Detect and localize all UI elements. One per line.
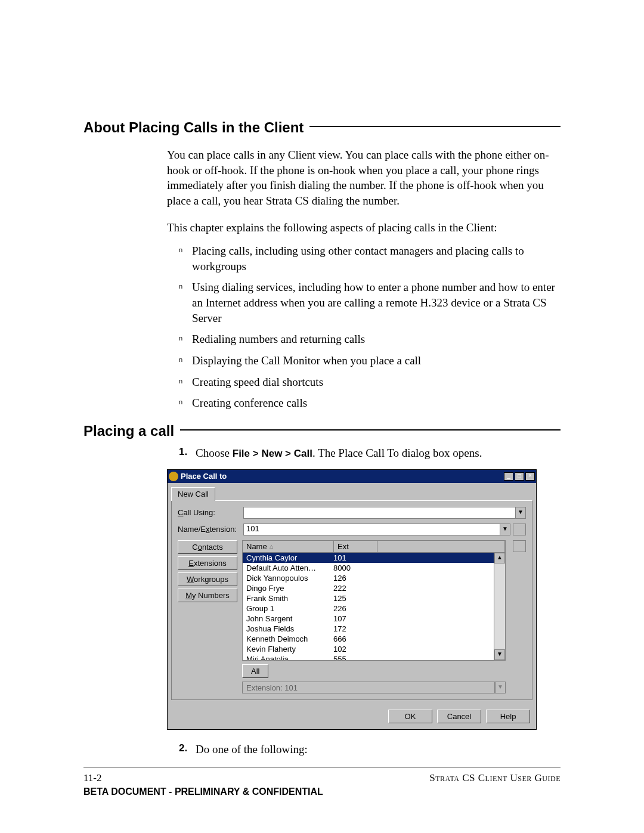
list-cell-ext: 226 xyxy=(330,604,369,613)
name-ext-aux-button[interactable] xyxy=(513,524,526,535)
document-page: About Placing Calls in the Client You ca… xyxy=(0,0,644,833)
scroll-track[interactable] xyxy=(494,563,505,649)
list-row[interactable]: Kevin Flaherty102 xyxy=(243,644,494,654)
guide-title: Strata CS Client User Guide xyxy=(429,772,561,784)
name-ext-input[interactable]: 101 xyxy=(243,524,500,535)
bullet-item: Displaying the Call Monitor when you pla… xyxy=(179,353,561,368)
list-cell-name: Joshua Fields xyxy=(243,624,330,633)
list-row[interactable]: Group 1226 xyxy=(243,603,494,614)
maximize-button[interactable]: □ xyxy=(515,472,524,481)
list-cell-name: Dingo Frye xyxy=(243,584,330,593)
bullet-item: Creating speed dial shortcuts xyxy=(179,374,561,390)
list-cell-name: Frank Smith xyxy=(243,594,330,603)
status-dropdown-icon: ▼ xyxy=(495,682,506,693)
list-cell-ext: 172 xyxy=(330,624,369,633)
scroll-up-icon[interactable]: ▲ xyxy=(494,553,505,563)
list-cell-name: Kevin Flaherty xyxy=(243,645,330,654)
contacts-button[interactable]: Contacts xyxy=(178,540,237,554)
dialog-button-row: OK Cancel Help xyxy=(168,704,536,729)
confidential-notice: BETA DOCUMENT - PRELIMINARY & CONFIDENTI… xyxy=(83,786,561,797)
step-1-bold: File > New > Call xyxy=(233,448,312,459)
footer-rule xyxy=(83,767,561,767)
sort-asc-icon: △ xyxy=(270,544,273,549)
right-aux-col xyxy=(513,540,526,693)
place-call-dialog-screenshot: Place Call to _ □ × New Call Call Using:… xyxy=(167,469,537,730)
list-cell-name: Group 1 xyxy=(243,604,330,613)
list-row[interactable]: Dick Yannopoulos126 xyxy=(243,573,494,583)
heading-text: Placing a call xyxy=(83,423,174,439)
extensions-button[interactable]: Extensions xyxy=(178,556,237,570)
list-row[interactable]: Cynthia Caylor101 xyxy=(243,553,494,563)
help-button[interactable]: Help xyxy=(486,710,530,723)
list-body-wrap: Cynthia Caylor101Default Auto Atten…8000… xyxy=(242,553,506,661)
col-header-spacer xyxy=(377,541,505,552)
dialog-window: Place Call to _ □ × New Call Call Using:… xyxy=(167,469,537,730)
label-call-using: Call Using: xyxy=(178,508,243,517)
close-button[interactable]: × xyxy=(525,472,535,481)
status-row: Extension: 101 ▼ xyxy=(242,682,506,693)
title-bar: Place Call to _ □ × xyxy=(168,470,536,483)
step-1: Choose File > New > Call. The Place Call… xyxy=(179,445,561,461)
heading-text: About Placing Calls in the Client xyxy=(83,119,304,136)
list-row[interactable]: Kenneth Deimoch666 xyxy=(243,634,494,644)
status-text: Extension: 101 xyxy=(242,682,495,693)
col-header-ext[interactable]: Ext xyxy=(334,541,377,552)
all-button[interactable]: All xyxy=(242,664,268,678)
list-body[interactable]: Cynthia Caylor101Default Auto Atten…8000… xyxy=(243,553,494,660)
my-numbers-button[interactable]: My Numbers xyxy=(178,589,237,602)
call-using-combo[interactable]: ▼ xyxy=(243,507,526,519)
tab-bar: New Call xyxy=(168,483,536,500)
step-1-suffix: . The Place Call To dialog box opens. xyxy=(312,447,482,459)
heading-rule xyxy=(309,126,561,127)
list-row[interactable]: Dingo Frye222 xyxy=(243,583,494,593)
tab-new-call[interactable]: New Call xyxy=(171,487,215,501)
list-row[interactable]: Default Auto Atten…8000 xyxy=(243,563,494,573)
scroll-down-icon[interactable]: ▼ xyxy=(494,649,505,660)
row-name-ext: Name/Extension: 101 ▼ xyxy=(178,524,526,535)
list-row[interactable]: Miri Anatolia555 xyxy=(243,654,494,660)
list-row[interactable]: Joshua Fields172 xyxy=(243,624,494,634)
bullet-item: Redialing numbers and returning calls xyxy=(179,332,561,347)
name-ext-combo[interactable]: 101 ▼ xyxy=(243,524,510,535)
step-1-prefix: Choose xyxy=(196,447,233,459)
tab-pane: Call Using: ▼ Name/Extension: 101 ▼ xyxy=(171,500,532,700)
call-using-input[interactable] xyxy=(243,507,515,519)
minimize-button[interactable]: _ xyxy=(504,472,513,481)
list-cell-name: Kenneth Deimoch xyxy=(243,634,330,643)
list-row[interactable]: Frank Smith125 xyxy=(243,593,494,603)
bullet-list: Placing calls, including using other con… xyxy=(179,243,561,411)
list-cell-name: Dick Yannopoulos xyxy=(243,574,330,583)
heading-rule xyxy=(180,429,561,431)
list-cell-ext: 125 xyxy=(330,594,369,603)
workgroups-button[interactable]: Workgroups xyxy=(178,572,237,586)
step-2: Do one of the following: xyxy=(179,742,561,757)
intro-paragraph-1: You can place calls in any Client view. … xyxy=(167,147,561,209)
app-icon xyxy=(169,472,178,481)
list-cell-name: Miri Anatolia xyxy=(243,655,330,660)
intro-paragraph-2: This chapter explains the following aspe… xyxy=(167,220,561,236)
page-number: 11-2 xyxy=(83,772,102,784)
page-footer: 11-2 Strata CS Client User Guide BETA DO… xyxy=(83,767,561,797)
section-heading-about: About Placing Calls in the Client xyxy=(83,119,561,136)
steps-list-2: Do one of the following: xyxy=(179,742,561,757)
steps-list: Choose File > New > Call. The Place Call… xyxy=(179,445,561,461)
list-cell-name: Cynthia Caylor xyxy=(243,553,330,562)
list-cell-ext: 101 xyxy=(330,553,369,562)
list-aux-button[interactable] xyxy=(513,540,526,552)
cancel-button[interactable]: Cancel xyxy=(437,710,481,723)
ok-button[interactable]: OK xyxy=(388,710,432,723)
dropdown-icon[interactable]: ▼ xyxy=(515,507,526,519)
list-header: Name △ Ext xyxy=(242,540,506,553)
footer-line: 11-2 Strata CS Client User Guide xyxy=(83,772,561,784)
main-columns: Contacts Extensions Workgroups My Number… xyxy=(178,540,526,693)
vertical-scrollbar[interactable]: ▲ ▼ xyxy=(494,553,505,660)
col-header-name[interactable]: Name △ xyxy=(243,541,334,552)
list-row[interactable]: John Sargent107 xyxy=(243,614,494,624)
dropdown-icon[interactable]: ▼ xyxy=(500,524,510,535)
bullet-item: Placing calls, including using other con… xyxy=(179,243,561,274)
list-cell-ext: 126 xyxy=(330,574,369,583)
category-buttons: Contacts Extensions Workgroups My Number… xyxy=(178,540,237,693)
bullet-item: Creating conference calls xyxy=(179,395,561,411)
list-cell-ext: 222 xyxy=(330,584,369,593)
window-title: Place Call to xyxy=(181,472,504,481)
